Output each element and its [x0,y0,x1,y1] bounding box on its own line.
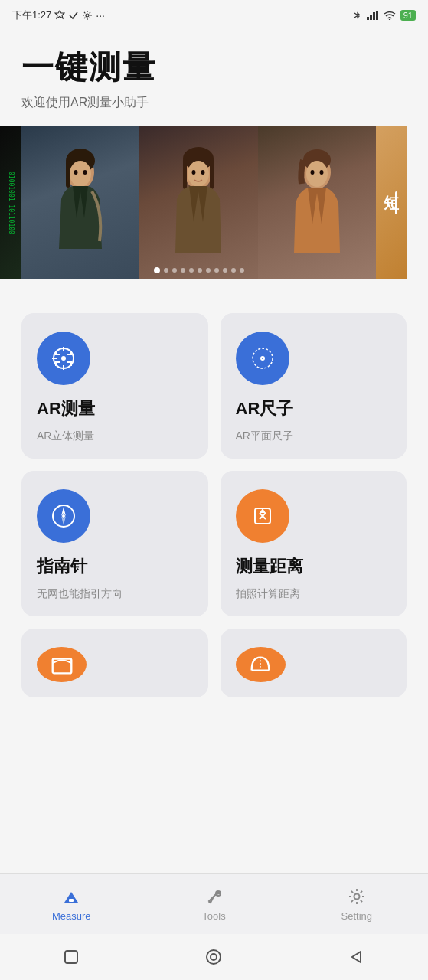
svg-rect-1 [367,17,369,20]
sys-back-triangle[interactable] [346,946,368,968]
card-compass[interactable]: 指南针 无网也能指引方向 [21,471,208,616]
dot-10 [240,268,244,273]
compass-subtitle: 无网也能指引方向 [37,587,193,601]
ar-measure-icon [50,345,77,372]
status-bar: 下午1:27 ··· 91 [0,0,428,31]
dot-0 [154,267,160,273]
card-measure-distance[interactable]: 测量距离 拍照计算距离 [221,471,407,616]
status-left: 下午1:27 ··· [12,8,105,22]
card-ar-measure[interactable]: AR测量 AR立体测量 [21,313,208,459]
person-card-3 [258,126,376,279]
card-5[interactable] [21,629,208,697]
card5-icon-circle [37,647,87,682]
svg-point-23 [319,170,323,175]
svg-rect-2 [370,15,372,20]
nav-label-tools: Tools [202,910,225,922]
dot-2 [172,268,177,273]
dot-8 [223,268,227,273]
ar-measure-title: AR测量 [37,397,193,420]
measure-nav-icon [60,886,82,907]
banner-left-panel: 01001001 10110100 [0,126,21,279]
wifi-icon [384,11,396,20]
extra-icons: ··· [96,9,105,21]
svg-rect-3 [373,12,375,20]
measure-distance-subtitle: 拍照计算距离 [236,587,392,601]
svg-point-44 [354,894,359,900]
card-ar-ruler[interactable]: AR尺子 AR平面尺子 [221,313,407,459]
card-6[interactable] [221,629,407,697]
svg-point-31 [262,358,263,359]
dot-5 [198,268,202,273]
svg-rect-45 [65,951,77,963]
dot-9 [231,268,236,273]
svg-point-5 [389,19,390,20]
svg-point-11 [83,170,87,175]
banner-people [21,126,376,279]
svg-point-17 [192,170,196,175]
measure-distance-title: 测量距离 [236,555,392,578]
card5-icon [49,652,75,678]
banner-carousel[interactable]: 01001001 10110100 [0,126,407,295]
svg-point-35 [62,514,65,518]
system-nav-bar [0,934,428,980]
ar-ruler-subtitle: AR平面尺子 [236,430,392,443]
svg-marker-48 [352,952,361,962]
sys-back-square[interactable] [60,946,82,968]
check-icon [68,10,79,21]
banner-dots [154,267,244,273]
svg-point-9 [70,161,91,187]
ar-ruler-title: AR尺子 [236,397,392,420]
svg-point-21 [306,161,328,187]
settings-icon-status [82,10,93,21]
svg-rect-14 [183,158,187,189]
dot-7 [214,268,219,273]
compass-icon-circle [37,489,90,543]
bluetooth-icon [353,10,362,21]
ar-measure-subtitle: AR立体测量 [37,430,193,443]
ar-ruler-icon-circle [236,332,289,385]
tools-nav-icon [203,886,224,907]
svg-point-10 [74,170,78,175]
svg-rect-15 [210,158,214,189]
nav-item-tools[interactable]: Tools [142,886,285,922]
nav-item-measure[interactable]: Measure [0,886,142,922]
bottom-nav: Measure Tools Setting [0,873,428,934]
banner-main-image [21,126,376,279]
svg-rect-42 [69,899,74,902]
svg-point-18 [201,170,205,175]
time-display: 下午1:27 [12,8,51,22]
card6-icon [247,652,273,678]
page-subtitle: 欢迎使用AR测量小助手 [21,95,407,111]
svg-point-16 [188,161,209,187]
person-card-1 [21,126,139,279]
svg-point-46 [207,950,221,964]
banner-left-text: 01001001 10110100 [8,172,15,234]
nav-item-setting[interactable]: Setting [286,886,428,922]
status-right: 91 [353,10,416,21]
dot-1 [164,268,168,273]
measure-distance-icon-circle [236,489,289,543]
banner-right-peek: 短 [376,126,407,279]
battery-display: 91 [400,10,416,21]
setting-nav-icon [346,886,368,907]
signal-icon [367,11,379,20]
dot-4 [189,268,194,273]
sys-home-circle[interactable] [203,946,224,968]
dot-3 [181,268,185,273]
main-content: 一键测量 欢迎使用AR测量小助手 01001001 10110100 [0,31,428,295]
svg-point-25 [61,356,66,361]
ar-ruler-icon [249,345,276,372]
notification-icon [54,10,65,21]
nav-label-setting: Setting [341,910,372,922]
banner-slide: 01001001 10110100 [0,126,407,279]
compass-title: 指南针 [37,555,193,578]
svg-point-47 [211,954,217,960]
svg-point-0 [86,14,89,17]
card6-icon-circle [236,647,286,682]
ar-measure-icon-circle [37,332,90,385]
person-card-2 [139,126,257,279]
page-title: 一键测量 [21,46,407,89]
measure-distance-icon [249,502,276,530]
nav-label-measure: Measure [52,910,91,922]
grid-section: AR测量 AR立体测量 AR尺子 AR平面尺子 指南针 无网也能指引方向 [0,313,428,697]
